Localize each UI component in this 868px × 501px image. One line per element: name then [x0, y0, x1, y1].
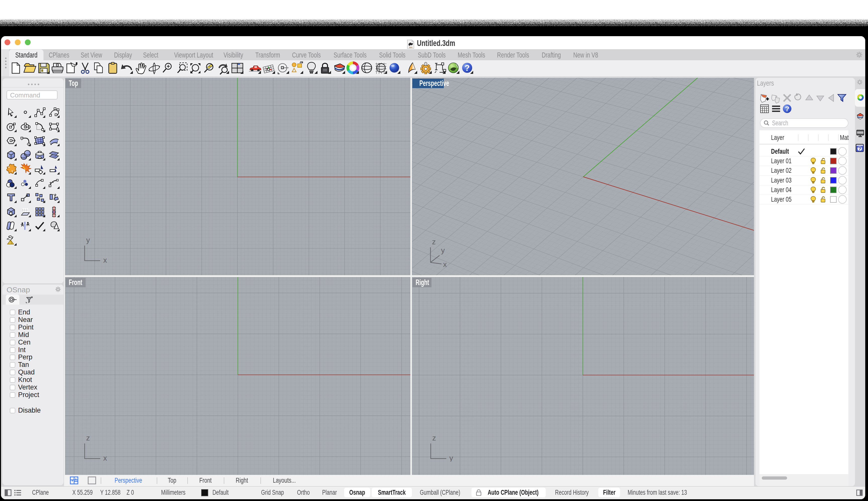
svg-text:?: ?	[465, 63, 470, 73]
svg-text:x: x	[443, 260, 447, 267]
svg-text:y: y	[441, 246, 445, 254]
svg-text:z: z	[432, 436, 436, 442]
svg-text:3dm: 3dm	[409, 46, 412, 48]
svg-text:y: y	[86, 238, 90, 244]
svg-text:?: ?	[785, 105, 789, 113]
svg-text:x: x	[103, 454, 107, 461]
svg-text:y: y	[449, 454, 453, 461]
svg-text:z: z	[432, 240, 436, 246]
svg-text:x: x	[103, 256, 107, 264]
svg-text:?: ?	[858, 146, 861, 151]
svg-text:z: z	[86, 436, 90, 442]
